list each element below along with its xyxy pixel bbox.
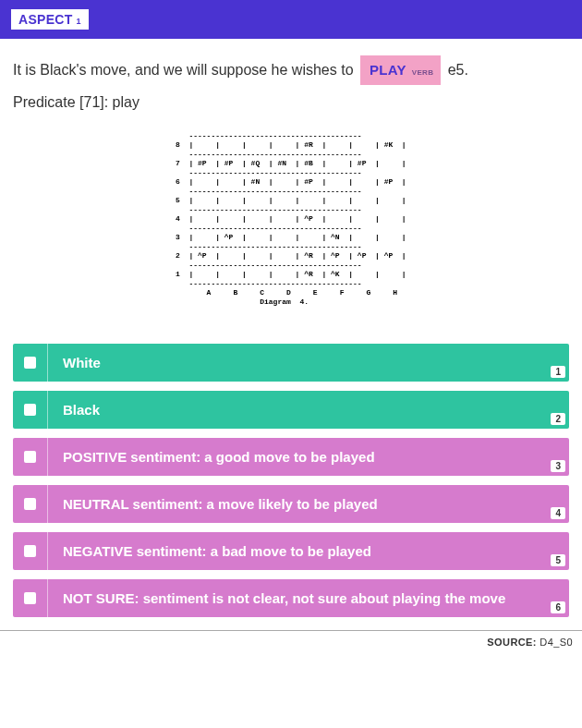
option-hotkey: 1 [551, 366, 565, 378]
aspect-badge: ASPECT 1 [11, 9, 89, 30]
checkbox-box[interactable] [24, 451, 36, 463]
body-area: It is Black's move, and we will suppose … [0, 39, 582, 344]
option-text: Black [48, 391, 569, 429]
option-hotkey: 2 [551, 413, 565, 425]
aspect-index: 1 [77, 17, 81, 26]
chess-diagram: --------------------------------------- … [176, 131, 406, 307]
options-list: White1Black2POSITIVE sentiment: a good m… [0, 344, 582, 630]
checkbox-box[interactable] [24, 357, 36, 369]
source-value: D4_S0 [540, 637, 573, 648]
option-checkbox[interactable] [13, 438, 48, 476]
option-text: White [48, 344, 569, 382]
predicate-chip-pos: VERB [412, 67, 433, 79]
predicate-chip: PLAY VERB [360, 55, 441, 85]
checkbox-box[interactable] [24, 404, 36, 416]
option-hotkey: 4 [551, 507, 565, 519]
option-checkbox[interactable] [13, 391, 48, 429]
predicate-line: Predicate [71]: play [13, 94, 569, 111]
aspect-label: ASPECT [18, 12, 73, 27]
option-text: NEUTRAL sentiment: a move likely to be p… [48, 485, 569, 523]
option-text: NOT SURE: sentiment is not clear, not su… [48, 579, 569, 617]
option-row[interactable]: NOT SURE: sentiment is not clear, not su… [13, 579, 569, 617]
option-row[interactable]: NEGATIVE sentiment: a bad move to be pla… [13, 532, 569, 570]
option-checkbox[interactable] [13, 344, 48, 382]
option-checkbox[interactable] [13, 532, 48, 570]
checkbox-box[interactable] [24, 545, 36, 557]
option-text: POSITIVE sentiment: a good move to be pl… [48, 438, 569, 476]
option-text: NEGATIVE sentiment: a bad move to be pla… [48, 532, 569, 570]
annotation-card: ASPECT 1 It is Black's move, and we will… [0, 0, 582, 657]
checkbox-box[interactable] [24, 592, 36, 604]
source-label: SOURCE: [487, 637, 537, 648]
sentence-post: e5. [448, 62, 468, 78]
footer-source: SOURCE: D4_S0 [0, 630, 582, 657]
sentence-pre: It is Black's move, and we will suppose … [13, 62, 358, 78]
predicate-chip-word: PLAY [370, 58, 406, 82]
option-hotkey: 6 [551, 601, 565, 613]
option-hotkey: 5 [551, 554, 565, 566]
option-row[interactable]: NEUTRAL sentiment: a move likely to be p… [13, 485, 569, 523]
checkbox-box[interactable] [24, 498, 36, 510]
option-hotkey: 3 [551, 460, 565, 472]
option-row[interactable]: Black2 [13, 391, 569, 429]
option-row[interactable]: White1 [13, 344, 569, 382]
header-bar: ASPECT 1 [0, 0, 582, 39]
option-checkbox[interactable] [13, 579, 48, 617]
option-row[interactable]: POSITIVE sentiment: a good move to be pl… [13, 438, 569, 476]
sentence: It is Black's move, and we will suppose … [13, 55, 569, 85]
option-checkbox[interactable] [13, 485, 48, 523]
